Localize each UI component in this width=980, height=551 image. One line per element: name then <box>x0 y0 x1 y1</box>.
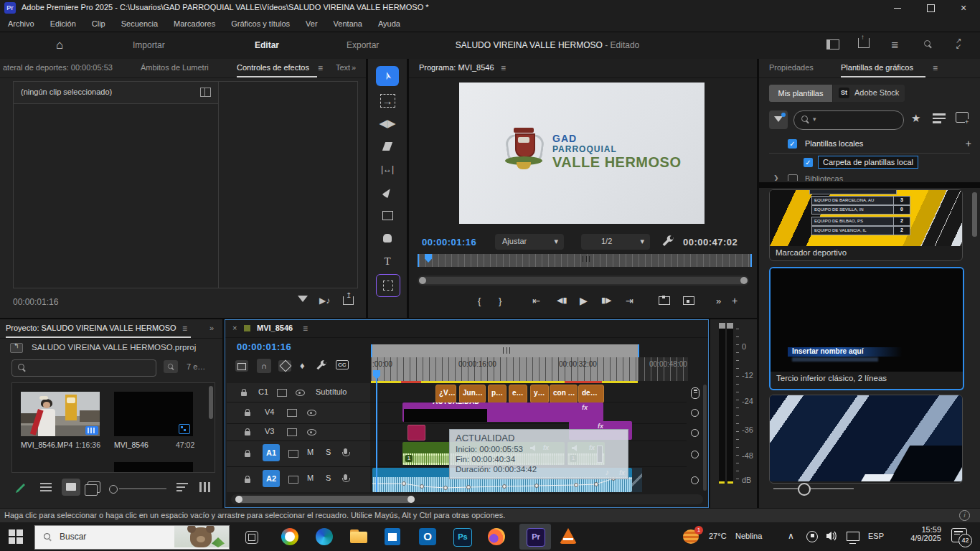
track-a2-badge[interactable]: A2 <box>263 470 280 487</box>
track-a1-badge[interactable]: A1 <box>263 444 280 461</box>
lock-icon[interactable] <box>245 475 250 484</box>
bins-icon[interactable] <box>199 482 212 492</box>
menu-secuencia[interactable]: Secuencia <box>113 19 166 28</box>
caption-clip-5[interactable]: con … <box>550 385 578 403</box>
scroll-handle-right[interactable] <box>407 496 415 503</box>
adobe-stock-button[interactable]: St Adobe Stock <box>833 85 905 102</box>
playback-resolution-dropdown[interactable]: 1/2 ▾ <box>581 234 650 250</box>
timeline-tab-label[interactable]: MVI_8546 <box>257 324 293 332</box>
go-to-out-icon[interactable]: ⇥ <box>626 296 633 306</box>
fullscreen-icon[interactable]: ↗↙ <box>956 38 961 50</box>
weather-desc[interactable]: Neblina <box>735 532 762 540</box>
ai-search-icon[interactable] <box>924 39 930 48</box>
captions-cc-icon[interactable]: CC <box>336 360 349 369</box>
type-tool[interactable]: T <box>376 251 399 271</box>
thumbnail-size-slider-track[interactable] <box>773 488 854 489</box>
timeline-menu-icon[interactable]: ≡ <box>303 324 308 334</box>
project-tab[interactable]: Proyecto: SALUDO VIREINA VALLE HERMOSO <box>6 324 176 332</box>
menu-archivo[interactable]: Archivo <box>0 19 42 28</box>
track-output-eye-icon[interactable] <box>307 409 316 418</box>
solo-button[interactable]: S <box>326 474 331 482</box>
program-menu-icon[interactable]: ≡ <box>501 63 506 73</box>
volume-icon[interactable] <box>826 531 838 542</box>
zoom-level-dropdown[interactable]: Ajustar ▾ <box>495 234 564 250</box>
tab-overflow-icon[interactable]: » <box>352 63 356 72</box>
program-timecode[interactable]: 00:00:01:16 <box>422 237 476 248</box>
panel-menu-icon[interactable]: ≡ <box>318 63 323 73</box>
source-assign-icon[interactable] <box>288 450 298 458</box>
up-folder-icon[interactable]: ↰ <box>10 343 23 353</box>
folder-rename-input[interactable]: Carpeta de plantillas local <box>818 156 918 169</box>
timeline-hscrollbar[interactable] <box>231 494 703 504</box>
track-knob-a2[interactable] <box>691 476 699 484</box>
snap-magnet-icon[interactable]: ∩ <box>257 359 271 373</box>
tray-chevron-icon[interactable]: ∧ <box>788 531 794 541</box>
home-icon[interactable]: ⌂ <box>56 38 63 52</box>
tree-row-bibliotecas[interactable]: ❯ Bibliotecas <box>759 174 980 181</box>
checkbox-checked[interactable]: ✓ <box>804 158 813 167</box>
share-icon[interactable]: ↑ <box>858 38 870 48</box>
mute-button[interactable]: M <box>307 474 314 482</box>
network-icon[interactable] <box>847 532 859 541</box>
split-view-icon[interactable] <box>200 88 211 97</box>
copilot-icon[interactable] <box>281 528 298 545</box>
lift-icon[interactable] <box>659 296 670 305</box>
tab-lateral-deportes[interactable]: ateral de deportes: 00:00:05:53 <box>3 63 113 72</box>
work-area-bar[interactable] <box>371 344 639 357</box>
tray-app-icon[interactable] <box>806 531 818 542</box>
timeline-ruler-dark[interactable]: 00:00:48:00 <box>638 357 688 381</box>
close-sequence-icon[interactable]: × <box>232 324 237 332</box>
templates-menu-icon[interactable]: ≡ <box>933 63 938 73</box>
add-marker-icon[interactable]: ♦ <box>300 360 305 371</box>
edge-icon[interactable] <box>316 528 333 545</box>
menu-graficos-titulos[interactable]: Gráficos y títulos <box>223 19 298 28</box>
caption-clip-0[interactable]: ¿V… <box>435 385 456 403</box>
info-icon[interactable]: i <box>959 510 970 521</box>
notification-center-icon[interactable]: 42 <box>951 528 967 542</box>
tab-propiedades[interactable]: Propiedades <box>769 63 814 72</box>
track-output-eye-icon[interactable] <box>307 428 316 437</box>
menu-ventana[interactable]: Ventana <box>326 19 370 28</box>
vlc-icon[interactable] <box>560 528 577 544</box>
source-assign-icon[interactable] <box>277 389 287 397</box>
rectangle-tool[interactable] <box>376 205 399 225</box>
voiceover-mic-icon[interactable] <box>344 447 347 456</box>
timeline-timecode[interactable]: 00:00:01:16 <box>237 342 291 352</box>
template-card-diagonal[interactable] <box>769 395 963 484</box>
task-view-icon[interactable] <box>245 531 258 544</box>
program-ruler[interactable] <box>418 254 752 267</box>
template-card-marcador[interactable]: EQUIPO DE BARCELONA, AU 3 EQUIPO DE SEVI… <box>769 189 963 261</box>
start-button[interactable] <box>9 529 23 544</box>
menu-marcadores[interactable]: Marcadores <box>166 19 223 28</box>
go-to-in-icon[interactable]: ⇤ <box>532 296 540 306</box>
my-templates-button[interactable]: Mis plantillas <box>769 85 832 102</box>
track-c1-name[interactable]: Subtítulo <box>316 387 347 396</box>
thumbnail-size-slider-knob[interactable] <box>798 483 811 496</box>
outlook-icon[interactable]: O <box>419 528 436 545</box>
caption-clip-1[interactable]: Jun… <box>459 385 486 403</box>
program-playhead[interactable] <box>425 254 432 263</box>
tab-controles-efectos[interactable]: Controles de efectos <box>237 63 309 72</box>
tree-label-local[interactable]: Plantillas locales <box>805 139 863 148</box>
linked-selection-icon[interactable] <box>278 360 291 372</box>
project-menu-icon[interactable]: ≡ <box>182 324 187 334</box>
scroll-handle-left[interactable] <box>235 496 242 503</box>
tab-plantillas-graficos[interactable]: Plantillas de gráficos <box>841 63 913 72</box>
sort-icon[interactable] <box>176 483 188 491</box>
sequence-thumbnail[interactable] <box>114 392 193 436</box>
caption-clip-4[interactable]: y… <box>530 385 549 403</box>
step-back-icon[interactable]: ◀▮ <box>557 296 567 305</box>
lock-icon[interactable] <box>245 428 250 437</box>
mark-in-icon[interactable]: { <box>478 296 481 306</box>
play-button[interactable]: ▶ <box>580 295 588 306</box>
lock-icon[interactable] <box>245 449 250 458</box>
track-knob-a1[interactable] <box>691 451 699 458</box>
checkbox-checked[interactable]: ✓ <box>788 139 797 149</box>
menu-edicion[interactable]: Edición <box>42 19 84 28</box>
object-selection-tool[interactable] <box>376 274 400 297</box>
firefox-icon[interactable] <box>488 528 505 545</box>
template-card-tercio[interactable]: Insertar nombre aquí Tercio inferior clá… <box>769 267 964 390</box>
razor-tool[interactable] <box>376 136 399 156</box>
track-select-forward-tool[interactable]: → <box>376 90 399 110</box>
lock-icon[interactable] <box>241 388 247 397</box>
